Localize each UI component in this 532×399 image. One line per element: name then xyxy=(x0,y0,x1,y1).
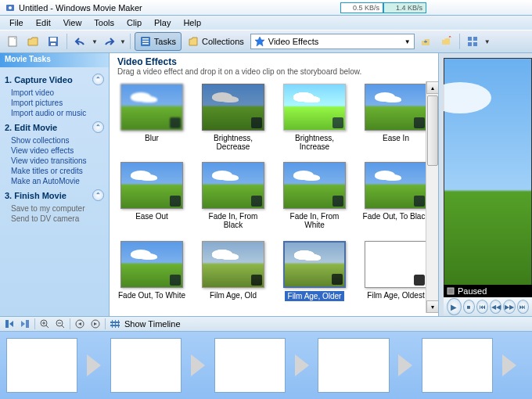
collapse-icon[interactable]: ⌃ xyxy=(92,189,104,201)
effect-item[interactable]: Film Age, Oldest xyxy=(357,241,435,306)
undo-dropdown[interactable]: ▼ xyxy=(92,38,98,45)
new-project-button[interactable] xyxy=(3,32,22,51)
svg-rect-5 xyxy=(51,43,56,45)
scroll-thumb[interactable] xyxy=(427,95,438,166)
transition-slot[interactable] xyxy=(390,349,422,382)
film-icon xyxy=(447,287,455,295)
play-button[interactable]: ▶ xyxy=(447,298,462,315)
menu-file[interactable]: File xyxy=(3,16,30,29)
section-finish[interactable]: 3. Finish Movie⌃ xyxy=(5,189,104,201)
undo-button[interactable] xyxy=(71,32,90,51)
new-folder-button[interactable]: * xyxy=(437,32,455,51)
location-combo[interactable]: Video Effects ▼ xyxy=(250,34,415,49)
svg-rect-35 xyxy=(115,320,116,328)
link-view-transitions[interactable]: View video transitions xyxy=(5,156,104,166)
set-end-button[interactable] xyxy=(19,318,31,330)
show-timeline-button[interactable]: Show Timeline xyxy=(124,319,181,329)
transition-slot[interactable] xyxy=(182,349,214,382)
link-save-computer[interactable]: Save to my computer xyxy=(5,203,104,214)
transition-slot[interactable] xyxy=(493,349,526,382)
redo-dropdown[interactable]: ▼ xyxy=(120,38,126,45)
menu-view[interactable]: View xyxy=(57,16,88,29)
window-title: Untitled - Windows Movie Maker xyxy=(19,3,142,13)
scrollbar[interactable]: ▴ ▾ xyxy=(426,81,438,313)
section-edit[interactable]: 2. Edit Movie⌃ xyxy=(5,121,104,133)
save-button[interactable] xyxy=(44,32,63,51)
scroll-up-button[interactable]: ▴ xyxy=(426,81,438,94)
storyboard[interactable] xyxy=(0,332,532,399)
link-import-audio[interactable]: Import audio or music xyxy=(5,108,104,118)
link-import-pictures[interactable]: Import pictures xyxy=(5,98,104,108)
effect-item[interactable]: Ease Out xyxy=(113,162,191,234)
transition-slot[interactable] xyxy=(77,349,110,382)
menu-play[interactable]: Play xyxy=(148,16,177,29)
svg-line-22 xyxy=(46,325,49,328)
svg-rect-16 xyxy=(448,288,454,294)
collapse-icon[interactable]: ⌃ xyxy=(92,74,104,85)
effect-item[interactable]: Blur xyxy=(113,84,191,156)
redo-button[interactable] xyxy=(99,32,118,51)
effect-item[interactable]: Fade In, From Black xyxy=(194,162,272,234)
effect-item[interactable]: Fade Out, To Black xyxy=(357,162,435,234)
menu-help[interactable]: Help xyxy=(177,16,207,29)
storyboard-slot[interactable] xyxy=(110,338,182,393)
storyboard-slot[interactable] xyxy=(318,338,389,393)
folder-icon xyxy=(188,36,199,47)
tasks-button[interactable]: Tasks xyxy=(135,32,182,51)
prev-button[interactable]: ⏮ xyxy=(476,300,488,314)
storyboard-slot[interactable] xyxy=(422,338,493,393)
menu-edit[interactable]: Edit xyxy=(30,16,57,29)
list-icon xyxy=(140,36,151,47)
scroll-down-button[interactable]: ▾ xyxy=(426,300,438,313)
svg-rect-14 xyxy=(468,42,472,46)
dropdown-icon: ▼ xyxy=(404,38,411,45)
rewind-button[interactable]: ◀◀ xyxy=(490,300,501,314)
open-button[interactable] xyxy=(23,32,42,51)
svg-marker-31 xyxy=(94,322,97,325)
zoom-in-button[interactable] xyxy=(38,318,51,330)
menu-tools[interactable]: Tools xyxy=(88,16,120,29)
play-timeline-button[interactable] xyxy=(89,318,102,330)
scroll-track[interactable] xyxy=(426,94,438,300)
preview-video[interactable] xyxy=(444,58,532,297)
collapse-icon[interactable]: ⌃ xyxy=(92,121,104,133)
forward-button[interactable]: ▶▶ xyxy=(503,300,515,314)
views-dropdown[interactable]: ▼ xyxy=(484,38,491,45)
collections-button[interactable]: Collections xyxy=(183,32,249,51)
effect-item[interactable]: Brightness, Decrease xyxy=(194,84,272,156)
play-icon xyxy=(502,354,516,376)
link-view-effects[interactable]: View video effects xyxy=(5,146,104,156)
content-area: Video Effects Drag a video effect and dr… xyxy=(110,53,438,316)
next-button[interactable]: ⏭ xyxy=(517,300,529,314)
preview-panel: Paused ▶ ■ ⏮ ◀◀ ▶▶ ⏭ xyxy=(438,53,532,316)
effect-label: Fade Out, To Black xyxy=(363,212,430,221)
svg-marker-10 xyxy=(255,37,264,46)
effect-item[interactable]: Film Age, Old xyxy=(194,241,272,306)
stop-button[interactable]: ■ xyxy=(463,300,475,314)
set-start-button[interactable] xyxy=(3,318,16,330)
link-show-collections[interactable]: Show collections xyxy=(5,135,104,146)
effect-item[interactable]: Film Age, Older xyxy=(275,241,354,306)
zoom-out-button[interactable] xyxy=(54,318,66,330)
effect-item[interactable]: Fade Out, To White xyxy=(113,241,191,306)
separator xyxy=(459,34,460,49)
link-titles-credits[interactable]: Make titles or credits xyxy=(5,166,104,176)
effect-item[interactable]: Brightness, Increase xyxy=(275,84,354,156)
storyboard-slot[interactable] xyxy=(6,338,77,393)
link-import-video[interactable]: Import video xyxy=(5,88,104,98)
content-heading: Video Effects Drag a video effect and dr… xyxy=(110,53,438,77)
effect-item[interactable]: Fade In, From White xyxy=(275,162,354,234)
effect-thumbnail xyxy=(365,162,427,209)
link-automovie[interactable]: Make an AutoMovie xyxy=(5,176,104,186)
section-capture[interactable]: 1. Capture Video⌃ xyxy=(5,74,104,85)
storyboard-slot[interactable] xyxy=(214,338,286,393)
effect-item[interactable]: Ease In xyxy=(357,84,435,156)
transition-slot[interactable] xyxy=(286,349,318,382)
link-send-dv[interactable]: Send to DV camera xyxy=(5,214,104,224)
effect-label: Ease In xyxy=(383,134,409,142)
menu-clip[interactable]: Clip xyxy=(120,16,148,29)
up-level-button[interactable] xyxy=(416,32,435,51)
views-button[interactable] xyxy=(464,32,483,51)
rewind-timeline-button[interactable] xyxy=(74,318,86,330)
effect-label: Fade Out, To White xyxy=(118,291,185,300)
